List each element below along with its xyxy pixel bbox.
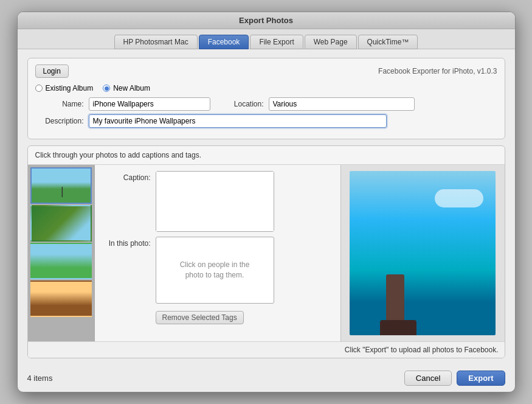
tab-web-page[interactable]: Web Page (305, 35, 357, 49)
new-album-label: New Album (113, 84, 150, 92)
items-count: 4 items (27, 374, 53, 383)
main-area: Click through your photos to add caption… (27, 145, 505, 358)
name-input[interactable] (89, 97, 210, 111)
top-row: Login Facebook Exporter for iPhoto, v1.0… (35, 64, 497, 78)
caption-label: Caption: (102, 171, 151, 182)
tab-facebook[interactable]: Facebook (199, 35, 249, 49)
new-album-radio[interactable] (103, 85, 110, 92)
photo-section: Caption: In this photo: Click on people … (28, 165, 505, 341)
remove-selected-tags-button[interactable]: Remove Selected Tags (156, 311, 244, 324)
login-button[interactable]: Login (35, 64, 69, 78)
location-label: Location: (215, 100, 264, 108)
tags-box: Click on people in the photo to tag them… (156, 237, 274, 304)
existing-album-option[interactable]: Existing Album (35, 84, 94, 92)
in-this-photo-label: In this photo: (102, 237, 151, 248)
photo-list (28, 165, 95, 341)
bottom-bar: 4 items Cancel Export (18, 364, 515, 392)
tab-file-export[interactable]: File Export (250, 35, 303, 49)
content-area: Login Facebook Exporter for iPhoto, v1.0… (18, 49, 515, 364)
remove-btn-row: Remove Selected Tags (102, 311, 333, 324)
caption-input[interactable] (156, 171, 274, 232)
description-label: Description: (35, 117, 84, 125)
tags-row: In this photo: Click on people in the ph… (102, 237, 333, 304)
version-text: Facebook Exporter for iPhoto, v1.0.3 (378, 67, 497, 75)
location-input[interactable] (269, 97, 415, 111)
photo-thumb-1[interactable] (30, 167, 92, 204)
caption-tags-area: Caption: In this photo: Click on people … (95, 165, 340, 341)
preview-image (350, 171, 496, 335)
preview-area (340, 165, 505, 341)
name-row: Name: Location: (35, 97, 497, 111)
tags-placeholder: Click on people in the photo to tag them… (180, 260, 250, 280)
export-photos-window: Export Photos HP Photosmart Mac Facebook… (17, 12, 516, 392)
top-section: Login Facebook Exporter for iPhoto, v1.0… (27, 58, 505, 139)
upload-note: Click "Export" to upload all photos to F… (28, 341, 505, 358)
tab-bar: HP Photosmart Mac Facebook File Export W… (18, 29, 515, 49)
description-row: Description: (35, 114, 497, 128)
tab-quicktime[interactable]: QuickTime™ (358, 35, 418, 49)
window-title: Export Photos (239, 16, 293, 25)
instruction-text: Click through your photos to add caption… (28, 146, 505, 165)
button-group: Cancel Export (404, 371, 505, 386)
new-album-option[interactable]: New Album (103, 84, 150, 92)
caption-textarea[interactable] (156, 172, 274, 231)
description-input[interactable] (89, 114, 387, 128)
album-options: Existing Album New Album (35, 84, 497, 92)
photo-thumb-4[interactable] (30, 280, 92, 317)
tab-hp-photosmart[interactable]: HP Photosmart Mac (114, 35, 198, 49)
clouds-decoration (435, 189, 483, 207)
cancel-button[interactable]: Cancel (404, 371, 452, 386)
caption-row: Caption: (102, 171, 333, 232)
title-bar: Export Photos (18, 12, 515, 29)
name-label: Name: (35, 100, 84, 108)
existing-album-radio[interactable] (35, 85, 43, 92)
photo-thumb-2[interactable] (30, 205, 92, 242)
existing-album-label: Existing Album (46, 84, 94, 92)
export-button[interactable]: Export (457, 371, 505, 386)
photo-thumb-3[interactable] (30, 243, 92, 279)
